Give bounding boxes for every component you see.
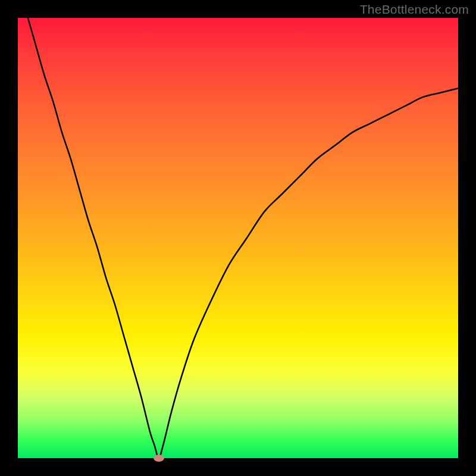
watermark-text: TheBottleneck.com bbox=[360, 2, 469, 17]
minimum-marker bbox=[154, 455, 164, 462]
plot-area bbox=[18, 18, 458, 458]
chart-frame: TheBottleneck.com bbox=[0, 0, 476, 476]
bottleneck-curve bbox=[18, 18, 458, 458]
